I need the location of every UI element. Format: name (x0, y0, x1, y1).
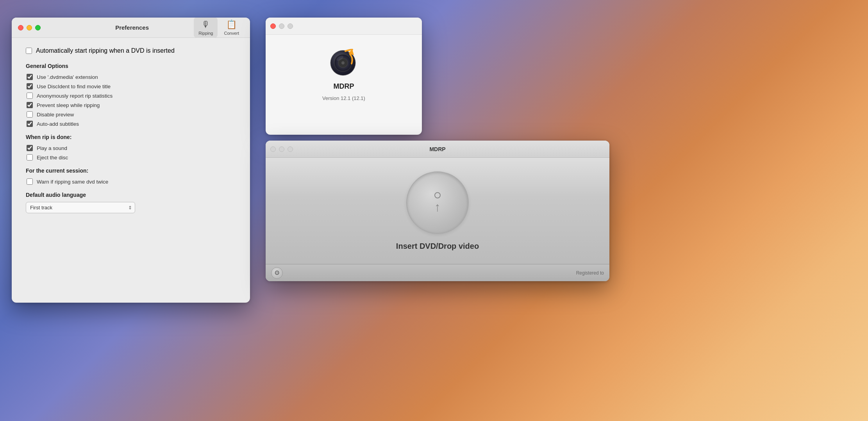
current-session-section: For the current session: Warn if ripping… (26, 168, 236, 185)
warn-same-dvd-checkbox[interactable] (27, 178, 33, 185)
app-name: MDRP (334, 82, 354, 91)
ripping-tab-label: Ripping (198, 31, 213, 36)
about-traffic-lights (270, 23, 293, 29)
discident-checkbox[interactable] (27, 83, 33, 89)
preferences-toolbar: 🎙 Ripping 📋 Convert (194, 18, 250, 38)
registered-text: Registered to (576, 270, 604, 276)
option-disable-preview: Disable preview (26, 111, 236, 118)
play-sound-checkbox[interactable] (27, 145, 33, 151)
audio-language-title: Default audio language (26, 192, 236, 198)
ripping-icon: 🎙 (202, 20, 210, 30)
svg-point-4 (341, 61, 345, 64)
option-auto-subtitles: Auto-add subtitles (26, 121, 236, 127)
mdrp-drop-area[interactable]: ↑ Insert DVD/Drop video (266, 158, 609, 264)
drop-icon-inner: ↑ (434, 192, 441, 213)
app-icon-svg (328, 46, 359, 78)
dvdmedia-checkbox[interactable] (27, 74, 33, 80)
minimize-button[interactable] (27, 25, 32, 30)
discident-label: Use DiscIdent to find movie title (37, 84, 111, 89)
traffic-lights (12, 20, 47, 36)
rip-done-section: When rip is done: Play a sound Eject the… (26, 134, 236, 161)
mdrp-statusbar: ⚙ Registered to (266, 264, 609, 281)
about-window: MDRP Version 12.1 (12.1) (266, 18, 422, 135)
drop-circle: ↑ (406, 171, 469, 234)
mdrp-title: MDRP (429, 146, 445, 152)
play-sound-label: Play a sound (37, 145, 67, 151)
convert-tab[interactable]: 📋 Convert (219, 18, 244, 38)
report-stats-label: Anonymously report rip statistics (37, 93, 113, 99)
gear-icon: ⚙ (274, 269, 280, 277)
option-prevent-sleep: Prevent sleep while ripping (26, 102, 236, 108)
maximize-button[interactable] (35, 25, 41, 30)
option-discident: Use DiscIdent to find movie title (26, 83, 236, 89)
option-play-sound: Play a sound (26, 145, 236, 151)
general-options-section: General Options Use '.dvdmedia' extensio… (26, 63, 236, 127)
eject-disc-checkbox[interactable] (27, 154, 33, 161)
dvdmedia-label: Use '.dvdmedia' extension (37, 74, 98, 80)
eject-disc-label: Eject the disc (37, 155, 68, 161)
convert-tab-label: Convert (224, 31, 239, 36)
preferences-content: Automatically start ripping when a DVD i… (12, 38, 250, 223)
auto-start-label: Automatically start ripping when a DVD i… (36, 47, 175, 54)
mdrp-traffic-lights (270, 146, 293, 152)
audio-language-section: Default audio language First track Engli… (26, 192, 236, 213)
convert-icon: 📋 (226, 20, 237, 30)
disable-preview-checkbox[interactable] (27, 111, 33, 118)
option-dvdmedia: Use '.dvdmedia' extension (26, 74, 236, 80)
mdrp-maximize-button[interactable] (288, 146, 293, 152)
mdrp-main-window: MDRP ↑ Insert DVD/Drop video ⚙ Registere… (266, 141, 609, 281)
drop-label: Insert DVD/Drop video (396, 242, 479, 251)
ripping-tab[interactable]: 🎙 Ripping (194, 18, 218, 38)
close-button[interactable] (18, 25, 23, 30)
auto-start-checkbox[interactable] (26, 48, 32, 54)
auto-start-row: Automatically start ripping when a DVD i… (26, 47, 236, 54)
preferences-title: Preferences (47, 24, 194, 31)
person-head-icon (434, 192, 441, 198)
disable-preview-label: Disable preview (37, 112, 74, 118)
report-stats-checkbox[interactable] (27, 93, 33, 99)
audio-language-select[interactable]: First track English French German Spanis… (26, 202, 135, 213)
option-eject-disc: Eject the disc (26, 154, 236, 161)
preferences-titlebar: Preferences 🎙 Ripping 📋 Convert (12, 18, 250, 38)
auto-subtitles-label: Auto-add subtitles (37, 121, 79, 127)
gear-button[interactable]: ⚙ (271, 267, 283, 279)
prevent-sleep-label: Prevent sleep while ripping (37, 102, 100, 108)
general-options-title: General Options (26, 63, 236, 69)
about-titlebar (266, 18, 422, 35)
auto-subtitles-checkbox[interactable] (27, 121, 33, 127)
current-session-title: For the current session: (26, 168, 236, 174)
about-maximize-button[interactable] (288, 23, 293, 29)
mdrp-minimize-button[interactable] (279, 146, 284, 152)
audio-language-select-wrapper: First track English French German Spanis… (26, 202, 135, 213)
warn-same-dvd-label: Warn if ripping same dvd twice (37, 179, 108, 185)
about-content: MDRP Version 12.1 (12.1) (266, 35, 422, 113)
mdrp-titlebar: MDRP (266, 141, 609, 158)
preferences-window: Preferences 🎙 Ripping 📋 Convert Automati… (12, 18, 250, 303)
upload-arrow-icon: ↑ (434, 201, 441, 213)
option-warn-same-dvd: Warn if ripping same dvd twice (26, 178, 236, 185)
rip-done-title: When rip is done: (26, 134, 236, 140)
prevent-sleep-checkbox[interactable] (27, 102, 33, 108)
about-minimize-button[interactable] (279, 23, 284, 29)
app-icon (328, 46, 359, 78)
app-version: Version 12.1 (12.1) (322, 95, 365, 101)
mdrp-close-button[interactable] (270, 146, 276, 152)
about-close-button[interactable] (270, 23, 276, 29)
option-report-stats: Anonymously report rip statistics (26, 93, 236, 99)
